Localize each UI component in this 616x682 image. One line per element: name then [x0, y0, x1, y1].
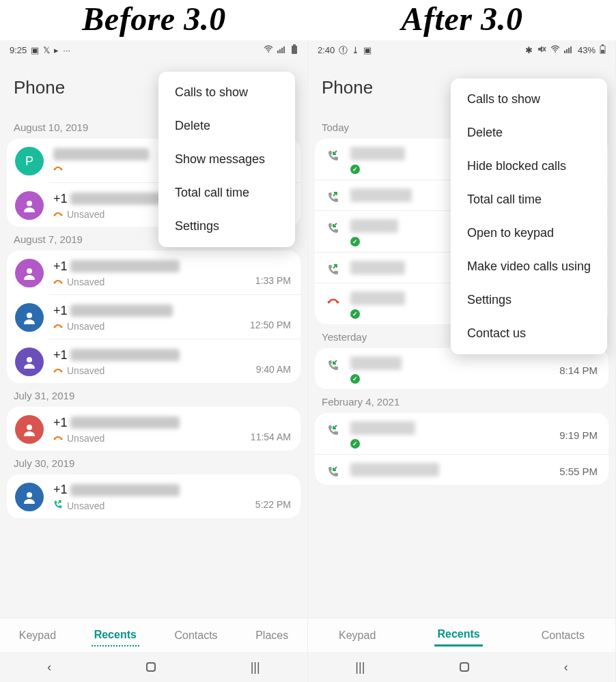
verified-icon: ✓	[350, 237, 360, 246]
call-status: Unsaved	[67, 209, 104, 220]
status-bar: 9:25 ▣ 𝕏 ▸ ···	[0, 40, 307, 58]
title-after: After 3.0	[308, 0, 616, 40]
svg-rect-34	[601, 50, 604, 53]
gallery-icon: ▣	[363, 46, 372, 55]
contact-name-redacted	[350, 463, 439, 477]
call-time: 5:55 PM	[559, 466, 598, 477]
avatar	[15, 347, 44, 376]
outgoing-call-icon	[326, 262, 341, 277]
date-header: July 30, 2019	[0, 451, 307, 474]
nav-back-icon[interactable]: ‹	[47, 660, 51, 674]
phone-number-redacted	[70, 349, 180, 361]
phone-number-redacted	[70, 304, 173, 317]
nav-recents-icon[interactable]: |||	[251, 660, 260, 674]
menu-item-hide-blocked-calls[interactable]: Hide blocked calls	[451, 150, 607, 183]
call-row[interactable]: ✓9:19 PM	[315, 413, 608, 454]
twitter-icon: 𝕏	[43, 46, 50, 55]
call-time: 9:19 PM	[559, 429, 598, 441]
menu-item-open-to-keypad[interactable]: Open to keypad	[451, 216, 607, 250]
menu-item-contact-us[interactable]: Contact us	[451, 317, 607, 350]
svg-rect-28	[564, 51, 565, 53]
call-status: Unsaved	[67, 433, 104, 444]
svg-point-13	[54, 281, 56, 283]
svg-point-9	[27, 201, 32, 206]
tab-recents[interactable]: Recents	[434, 624, 482, 647]
verified-icon: ✓	[350, 439, 360, 449]
tab-keypad[interactable]: Keypad	[16, 625, 59, 646]
status-time: 2:40	[318, 45, 335, 55]
call-status: Unsaved	[67, 321, 104, 332]
avatar	[15, 483, 44, 511]
call-row[interactable]: 5:55 PM	[315, 454, 608, 485]
battery-icon	[291, 44, 298, 55]
battery-percent: 43%	[578, 45, 596, 55]
wifi-icon	[550, 45, 560, 55]
menu-item-total-call-time[interactable]: Total call time	[451, 183, 607, 216]
call-row[interactable]: +1Unsaved1:33 PM	[7, 251, 300, 294]
phone-prefix: +1	[53, 416, 68, 430]
phone-number-redacted	[53, 148, 149, 160]
overflow-menu: Calls to showDeleteShow messagesTotal ca…	[158, 72, 295, 247]
nav-home-icon[interactable]	[460, 662, 469, 672]
call-row[interactable]: +1Unsaved9:40 AM	[49, 339, 300, 383]
incoming-call-icon	[326, 423, 341, 438]
call-row[interactable]: ✓8:14 PM	[315, 348, 608, 389]
call-time: 12:50 PM	[250, 319, 291, 330]
svg-rect-1	[277, 51, 279, 53]
svg-point-24	[27, 492, 32, 498]
nav-bar: ||| ‹	[308, 652, 615, 682]
menu-item-delete[interactable]: Delete	[158, 109, 295, 143]
svg-point-27	[555, 51, 556, 53]
menu-item-delete[interactable]: Delete	[451, 116, 607, 150]
nav-home-icon[interactable]	[146, 662, 156, 672]
avatar	[15, 259, 44, 287]
incoming-call-icon	[326, 358, 341, 373]
phone-number-redacted	[70, 260, 180, 272]
menu-item-make-video-calls-using[interactable]: Make video calls using	[451, 250, 607, 283]
verified-icon: ✓	[350, 309, 360, 319]
more-icon: ···	[63, 46, 70, 55]
nav-recents-icon[interactable]: |||	[355, 660, 365, 674]
call-row[interactable]: +1Unsaved5:22 PM	[7, 474, 300, 518]
status-time: 9:25	[10, 45, 27, 55]
tab-contacts[interactable]: Contacts	[171, 625, 220, 646]
battery-icon	[600, 44, 606, 55]
call-row[interactable]: +1Unsaved11:54 AM	[7, 407, 300, 451]
signal-icon	[277, 45, 287, 55]
phone-number-redacted	[70, 416, 180, 429]
incoming-call-icon	[326, 148, 341, 163]
call-time: 11:54 AM	[251, 431, 291, 442]
menu-item-settings[interactable]: Settings	[451, 283, 607, 317]
tab-keypad[interactable]: Keypad	[336, 625, 378, 646]
contact-name-redacted	[350, 147, 405, 160]
date-header: February 4, 2021	[308, 389, 615, 413]
menu-item-calls-to-show[interactable]: Calls to show	[158, 76, 295, 109]
menu-item-settings[interactable]: Settings	[158, 210, 295, 243]
nav-bar: ‹ |||	[0, 652, 307, 682]
svg-rect-6	[292, 46, 297, 54]
svg-point-8	[61, 169, 63, 171]
nav-back-icon[interactable]: ‹	[564, 660, 568, 674]
menu-item-show-messages[interactable]: Show messages	[158, 143, 295, 176]
menu-item-total-call-time[interactable]: Total call time	[158, 176, 295, 210]
svg-point-10	[54, 214, 56, 216]
avatar: P	[15, 147, 44, 175]
tab-contacts[interactable]: Contacts	[539, 625, 587, 646]
missed-call-icon	[53, 163, 63, 174]
mute-icon	[537, 45, 546, 55]
svg-point-16	[54, 326, 56, 328]
menu-item-calls-to-show[interactable]: Calls to show	[451, 83, 607, 116]
bottom-tabs: KeypadRecentsContacts	[308, 618, 615, 652]
svg-rect-4	[283, 46, 285, 53]
outgoing-call-icon	[326, 190, 341, 205]
missed-call-icon	[326, 293, 341, 308]
call-time: 1:33 PM	[255, 275, 291, 286]
svg-point-0	[268, 51, 269, 53]
tab-places[interactable]: Places	[253, 625, 291, 646]
download-icon: ⤓	[352, 46, 359, 55]
phone-prefix: +1	[53, 304, 68, 318]
tab-recents[interactable]: Recents	[92, 625, 139, 647]
call-row[interactable]: +1Unsaved12:50 PM	[49, 294, 300, 339]
missed-call-icon	[53, 365, 63, 376]
verified-icon: ✓	[350, 165, 360, 174]
